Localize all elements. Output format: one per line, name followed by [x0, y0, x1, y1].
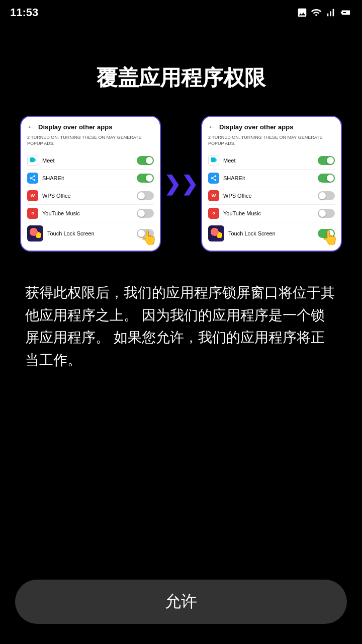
wps-name-after: WPS Office: [223, 193, 252, 199]
wps-row-before: W WPS Office: [27, 187, 154, 205]
shareit-toggle-before: [137, 174, 154, 183]
main-content: 覆盖应用程序权限 ← Display over other apps 2 TUR…: [0, 25, 362, 372]
meet-icon-after: [208, 155, 219, 166]
page-title: 覆盖应用程序权限: [97, 65, 265, 91]
status-bar: 11:53: [0, 0, 362, 25]
allow-button[interactable]: 允许: [15, 580, 347, 624]
touchlock-row-before: Touch Lock Screen 👆: [27, 222, 154, 245]
wps-icon-before: W: [27, 190, 38, 201]
hand-cursor-after: 👆: [321, 229, 339, 246]
meet-row-after: Meet: [208, 152, 335, 170]
back-arrow-before: ←: [27, 123, 34, 131]
screen-title-after: Display over other apps: [219, 123, 293, 131]
ytmusic-toggle-before: [137, 209, 154, 218]
forward-arrow-icon: ❯❯: [164, 172, 198, 195]
svg-line-3: [32, 179, 34, 180]
shareit-icon-before: [27, 173, 38, 184]
svg-line-11: [213, 179, 215, 180]
screen-title-before: Display over other apps: [38, 123, 112, 131]
screen-header-before: ← Display over other apps: [27, 123, 154, 131]
shareit-icon-after: [208, 173, 219, 184]
touchlock-icon-before: [27, 225, 43, 242]
shareit-toggle-after: [318, 174, 335, 183]
shareit-row-after: SHAREit: [208, 170, 335, 187]
ytmusic-row-after: YouTube Music: [208, 205, 335, 222]
svg-line-4: [32, 177, 34, 178]
after-screenshot: ← Display over other apps 2 TURNED ON. T…: [201, 116, 342, 251]
svg-line-12: [213, 177, 215, 178]
meet-row-before: Meet: [27, 152, 154, 170]
before-screenshot: ← Display over other apps 2 TURNED ON. T…: [20, 116, 161, 251]
svg-point-0: [34, 175, 36, 177]
svg-point-10: [215, 179, 217, 181]
description-text: 获得此权限后，我们的应用程序锁屏窗口将位于其他应用程序之上。 因为我们的应用程序…: [15, 282, 347, 372]
screen-header-after: ← Display over other apps: [208, 123, 335, 131]
shareit-name-after: SHAREit: [223, 175, 245, 181]
wps-row-after: W WPS Office: [208, 187, 335, 205]
wps-toggle-after: [318, 191, 335, 200]
screen-notice-after: 2 TURNED ON. TURNING THESE ON MAY GENERA…: [208, 135, 335, 146]
meet-name-before: Meet: [42, 157, 54, 164]
shareit-row-before: SHAREit: [27, 170, 154, 187]
wps-name-before: WPS Office: [42, 193, 71, 199]
status-time: 11:53: [10, 6, 38, 19]
touchlock-name-after: Touch Lock Screen: [228, 230, 276, 236]
screen-notice-before: 2 TURNED ON. TURNING THESE ON MAY GENERA…: [27, 135, 154, 146]
svg-point-7: [32, 213, 33, 214]
shareit-name-before: SHAREit: [42, 175, 64, 181]
ytmusic-name-after: YouTube Music: [223, 210, 261, 216]
ytmusic-name-before: YouTube Music: [42, 210, 80, 216]
wifi-icon: [311, 7, 322, 18]
meet-toggle-after: [318, 156, 335, 165]
signal-icon: [325, 7, 336, 18]
ytmusic-toggle-after: [318, 209, 335, 218]
wps-icon-after: W: [208, 190, 219, 201]
screenshots-container: ← Display over other apps 2 TURNED ON. T…: [15, 116, 347, 251]
svg-point-2: [34, 179, 36, 181]
svg-point-15: [213, 213, 214, 214]
back-arrow-after: ←: [208, 123, 215, 131]
touchlock-row-after: Touch Lock Screen 👆: [208, 222, 335, 245]
svg-point-9: [211, 177, 213, 179]
meet-toggle-before: [137, 156, 154, 165]
photo-icon: [297, 7, 308, 18]
touchlock-icon-after: [208, 225, 224, 242]
meet-icon-before: [27, 155, 38, 166]
battery-icon: [339, 7, 352, 18]
touchlock-name-before: Touch Lock Screen: [47, 230, 95, 236]
status-icons: [297, 7, 352, 18]
ytmusic-row-before: YouTube Music: [27, 205, 154, 222]
arrow-container: ❯❯: [161, 172, 201, 195]
ytmusic-icon-before: [27, 208, 38, 219]
svg-point-1: [30, 177, 32, 179]
hand-cursor-before: 👆: [140, 229, 158, 246]
svg-point-8: [215, 175, 217, 177]
ytmusic-icon-after: [208, 208, 219, 219]
wps-toggle-before: [137, 191, 154, 200]
meet-name-after: Meet: [223, 157, 235, 164]
